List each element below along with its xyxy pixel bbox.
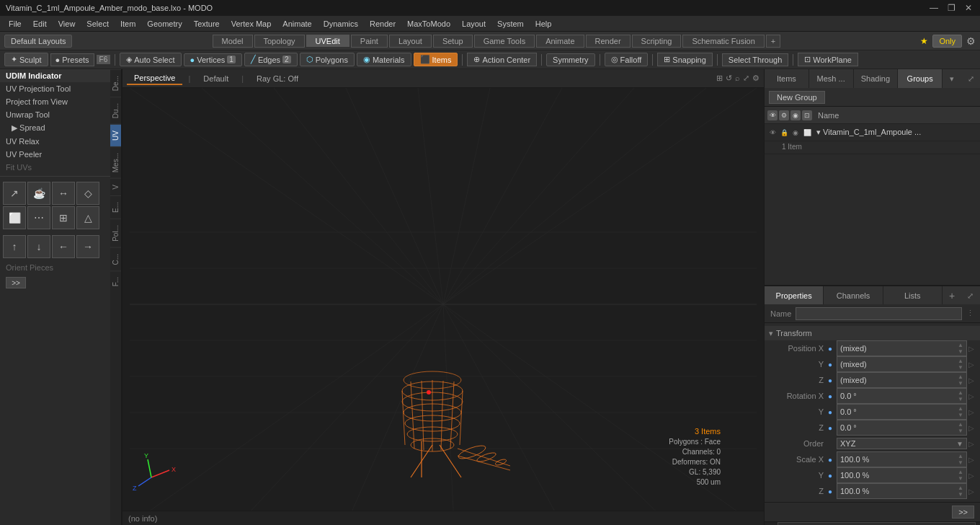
sculpt-button[interactable]: ✦ Sculpt	[4, 53, 48, 66]
auto-select-button[interactable]: ◈ Auto Select	[120, 53, 181, 66]
tab-items[interactable]: Items	[765, 69, 809, 88]
action-center-button[interactable]: ⊕ Action Center	[467, 53, 537, 66]
scale-z-value[interactable]: 100.0 % ▲▼	[837, 483, 967, 499]
tool-icon-2[interactable]: ☕	[27, 182, 50, 205]
arrow-up-icon[interactable]: ↑	[3, 235, 26, 258]
tab-uvedit[interactable]: UVEdit	[306, 35, 349, 47]
menu-item[interactable]: Item	[115, 18, 141, 30]
menu-maxtomodo[interactable]: MaxToModo	[401, 18, 456, 30]
menu-geometry[interactable]: Geometry	[141, 18, 187, 30]
rot-y-extra[interactable]: ▷	[968, 408, 974, 416]
menu-animate[interactable]: Animate	[277, 18, 317, 30]
tool-icon-1[interactable]: ↗	[3, 182, 26, 205]
menu-vertexmap[interactable]: Vertex Map	[226, 18, 277, 30]
minimize-button[interactable]: —	[928, 3, 940, 13]
eye-icon[interactable]: 👁	[767, 110, 778, 120]
expand-left-button[interactable]: >>	[6, 277, 26, 288]
order-extra[interactable]: ▷	[968, 440, 974, 448]
menu-edit[interactable]: Edit	[27, 18, 53, 30]
side-tab-du[interactable]: Du...	[110, 97, 121, 124]
vis-toggle[interactable]: ◉	[790, 128, 801, 138]
scale-x-arrows[interactable]: ▲▼	[958, 453, 963, 466]
tab-add[interactable]: +	[766, 35, 780, 48]
close-button[interactable]: ✕	[963, 3, 974, 13]
y-dot[interactable]: ●	[828, 361, 837, 369]
tab-channels[interactable]: Channels	[824, 286, 883, 304]
render-toggle[interactable]: ⬜	[802, 128, 812, 138]
tab-paint[interactable]: Paint	[351, 35, 388, 48]
x-dot[interactable]: ●	[828, 345, 837, 353]
menu-system[interactable]: System	[491, 18, 530, 30]
transform-header[interactable]: ▾ Transform	[765, 326, 980, 340]
falloff-button[interactable]: ◎ Falloff	[605, 53, 649, 66]
rot-z-extra[interactable]: ▷	[968, 424, 974, 432]
vp-settings-icon[interactable]: ⚙	[752, 74, 760, 83]
udim-indicator[interactable]: UDIM Indicator	[0, 69, 110, 82]
tab-animate[interactable]: Animate	[536, 35, 584, 48]
menu-dynamics[interactable]: Dynamics	[318, 18, 364, 30]
only-button[interactable]: Only	[932, 35, 962, 48]
tab-gametools[interactable]: Game Tools	[474, 35, 535, 48]
tool-icon-3[interactable]: ↔	[52, 182, 75, 205]
tab-render[interactable]: Render	[586, 35, 631, 48]
pos-y-arrows[interactable]: ▲▼	[958, 358, 963, 371]
side-tab-pol[interactable]: Pol...	[110, 219, 121, 247]
polygons-button[interactable]: ⬡ Polygons	[300, 53, 355, 66]
workplane-button[interactable]: ⊡ WorkPlane	[798, 53, 858, 66]
vp-tab-raygl[interactable]: Ray GL: Off	[249, 73, 306, 84]
tab-layout[interactable]: Layout	[389, 35, 432, 48]
vis-icon[interactable]: ◉	[790, 110, 801, 120]
rot-x-extra[interactable]: ▷	[968, 392, 974, 400]
default-layouts-button[interactable]: Default Layouts	[4, 35, 72, 48]
scale-z-arrows[interactable]: ▲▼	[958, 485, 963, 498]
position-y-value[interactable]: (mixed) ▲▼	[837, 356, 967, 372]
spread-tool[interactable]: ▶ Spread	[0, 121, 110, 135]
expand-tabs-button[interactable]: ▾	[943, 69, 961, 88]
scale-x-extra[interactable]: ▷	[968, 456, 974, 464]
apply-button[interactable]: >>	[952, 506, 974, 519]
pos-y-extra[interactable]: ▷	[968, 361, 974, 369]
rot-z-arrows[interactable]: ▲▼	[958, 421, 963, 434]
side-tab-uv[interactable]: UV	[110, 124, 121, 146]
uv-relax[interactable]: UV Relax	[0, 135, 110, 148]
side-tab-v[interactable]: V	[110, 178, 121, 195]
menu-file[interactable]: File	[3, 18, 27, 30]
unwrap-tool[interactable]: Unwrap Tool	[0, 108, 110, 121]
rot-y-arrows[interactable]: ▲▼	[958, 405, 963, 418]
materials-button[interactable]: ◉ Materials	[357, 53, 411, 66]
menu-view[interactable]: View	[53, 18, 81, 30]
position-x-value[interactable]: (mixed) ▲▼	[837, 340, 967, 356]
tool-icon-8[interactable]: △	[76, 206, 99, 229]
uv-projection-tool[interactable]: UV Projection Tool	[0, 82, 110, 95]
vp-tab-perspective[interactable]: Perspective	[127, 72, 182, 85]
rotation-y-value[interactable]: 0.0 ° ▲▼	[837, 404, 967, 420]
presets-button[interactable]: ● Presets	[50, 53, 94, 66]
arrow-left-icon[interactable]: ←	[52, 235, 75, 258]
tool-icon-5[interactable]: ⬜	[3, 206, 26, 229]
tab-schematic-fusion[interactable]: Schematic Fusion	[682, 35, 764, 48]
tab-scripting[interactable]: Scripting	[632, 35, 682, 48]
tab-properties[interactable]: Properties	[765, 286, 824, 304]
scale-y-value[interactable]: 100.0 % ▲▼	[837, 467, 967, 483]
scale-x-value[interactable]: 100.0 % ▲▼	[837, 451, 967, 467]
command-input[interactable]	[778, 522, 976, 525]
scale-z-extra[interactable]: ▷	[968, 488, 974, 495]
side-tab-mesh[interactable]: Mes...	[110, 146, 121, 178]
scale-y-extra[interactable]: ▷	[968, 472, 974, 480]
props-menu-icon[interactable]: ⋮	[966, 309, 974, 318]
expand-panel-button[interactable]: ⤢	[961, 69, 980, 88]
sz-dot[interactable]: ●	[828, 488, 837, 495]
new-group-button[interactable]: New Group	[769, 91, 825, 104]
tab-model[interactable]: Model	[213, 35, 253, 48]
side-tab-c[interactable]: C...	[110, 247, 121, 271]
project-from-view[interactable]: Project from View	[0, 95, 110, 108]
fit-uvs[interactable]: Fit UVs	[0, 161, 110, 174]
rot-x-arrows[interactable]: ▲▼	[958, 389, 963, 402]
arrow-down-icon[interactable]: ↓	[27, 235, 50, 258]
side-tab-de[interactable]: De...	[110, 69, 121, 97]
tab-shading[interactable]: Shading	[854, 69, 899, 88]
menu-render[interactable]: Render	[364, 18, 401, 30]
menu-help[interactable]: Help	[530, 18, 558, 30]
vp-tab-default[interactable]: Default	[196, 73, 236, 84]
rotation-z-value[interactable]: 0.0 ° ▲▼	[837, 420, 967, 436]
